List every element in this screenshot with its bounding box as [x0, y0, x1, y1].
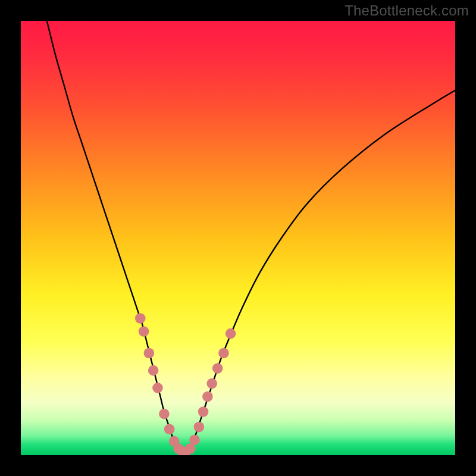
marker-dot: [194, 422, 205, 433]
marker-dot: [206, 378, 217, 389]
marker-dot: [189, 435, 200, 446]
chart-svg: [21, 21, 455, 455]
marker-dot: [226, 328, 236, 339]
gradient-background: [21, 21, 455, 455]
marker-dot: [212, 363, 223, 374]
marker-dot: [139, 326, 149, 337]
marker-dot: [198, 406, 209, 417]
plot-area: [21, 21, 455, 455]
marker-dot: [135, 313, 146, 324]
marker-dot: [159, 409, 170, 419]
marker-dot: [144, 348, 155, 359]
marker-dot: [164, 424, 175, 434]
marker-dot: [218, 348, 229, 359]
chart-frame: TheBottleneck.com: [0, 0, 476, 476]
marker-dot: [152, 383, 163, 393]
marker-dot: [148, 365, 159, 376]
marker-dot: [202, 392, 213, 402]
watermark-text: TheBottleneck.com: [345, 2, 469, 19]
